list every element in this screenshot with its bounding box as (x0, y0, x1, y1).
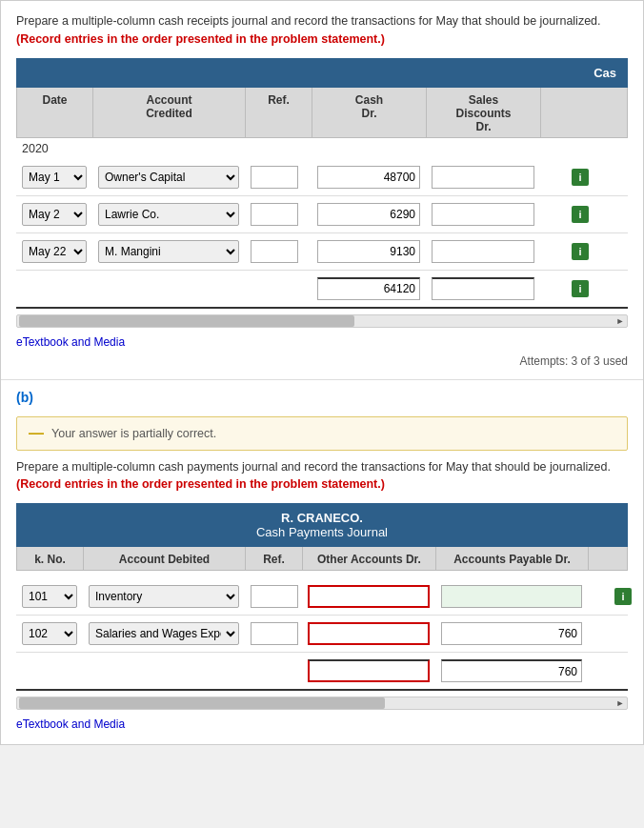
table-row: May 22 M. Mangini i (16, 233, 628, 271)
cash-input-3[interactable] (317, 240, 420, 263)
account-select-1[interactable]: Owner's Capital (98, 166, 239, 189)
chk-no-cell-1: 101 (16, 582, 83, 611)
cash-cell (312, 237, 426, 266)
company-name: R. CRANECO. (28, 511, 616, 525)
partial-correct-banner: — Your answer is partially correct. (16, 416, 628, 451)
total-cash-cell (312, 274, 426, 303)
attempts-text: Attempts: 3 of 3 used (16, 351, 628, 368)
col-header-ref-b: Ref. (246, 547, 303, 570)
date-select-1[interactable]: May 1 (22, 166, 87, 189)
col-header-other-accounts-dr: Other Accounts Dr. (303, 547, 436, 570)
sales-disc-cell (426, 237, 540, 266)
other-accounts-dr-input-1[interactable] (308, 585, 430, 608)
total-other-dr-cell (302, 656, 435, 685)
account-cell: M. Mangini (92, 237, 245, 266)
part-a-section: Prepare a multiple-column cash receipts … (1, 1, 643, 380)
ref-input-3[interactable] (251, 240, 298, 263)
info-btn-b-1[interactable]: i (614, 588, 632, 605)
part-a-instruction-main: Prepare a multiple-column cash receipts … (16, 14, 601, 28)
part-a-instruction-red: (Record entries in the order presented i… (16, 32, 385, 46)
ref-cell (245, 200, 312, 229)
part-b-instruction-main: Prepare a multiple-column cash payments … (16, 460, 611, 474)
table-row: May 1 Owner's Capital i (16, 159, 628, 196)
info-btn-1[interactable]: i (572, 169, 589, 186)
total-cash-input[interactable] (317, 277, 420, 300)
info-cell-2: i (540, 203, 616, 226)
info-btn-2[interactable]: i (572, 206, 589, 223)
ap-dr-cell-2 (435, 619, 588, 648)
total-chk-empty (16, 668, 83, 674)
etextbook-link-a[interactable]: eTextbook and Media (16, 333, 628, 351)
cash-input-1[interactable] (317, 166, 420, 189)
total-ap-dr-input[interactable] (441, 659, 582, 682)
col-header-account-credited: AccountCredited (93, 88, 246, 137)
info-btn-total[interactable]: i (572, 280, 589, 297)
journal-name-text: Cash Payments Journal (28, 525, 616, 539)
info-cell-b-2: i (588, 622, 644, 645)
sales-disc-input-1[interactable] (432, 166, 534, 189)
totals-row: i (16, 271, 628, 309)
col-header-extra-b (589, 547, 644, 570)
total-sales-disc-input[interactable] (432, 277, 534, 300)
total-extra-b: i (588, 659, 644, 682)
account-debited-cell-1: Inventory (83, 582, 245, 611)
part-b-instruction-red: (Record entries in the order presented i… (16, 477, 385, 491)
other-accounts-dr-input-2[interactable] (308, 622, 430, 645)
ref-input-b-1[interactable] (251, 585, 298, 608)
scrollbar-thumb-b (19, 697, 385, 709)
table-row: May 2 Lawrie Co. i (16, 196, 628, 233)
account-debited-select-2[interactable]: Salaries and Wages Expense (89, 622, 239, 645)
part-b-instruction: Prepare a multiple-column cash payments … (16, 458, 628, 495)
scroll-right-icon-b[interactable]: ► (614, 697, 627, 709)
chk-no-select-2[interactable]: 102 (22, 622, 77, 645)
ref-input-1[interactable] (251, 166, 298, 189)
total-account-empty (92, 286, 245, 292)
ref-cell-b-2 (245, 619, 302, 648)
total-other-dr-input[interactable] (308, 659, 430, 682)
account-select-2[interactable]: Lawrie Co. (98, 203, 239, 226)
date-select-2[interactable]: May 2 (22, 203, 87, 226)
col-header-extra (541, 88, 617, 137)
info-btn-3[interactable]: i (572, 243, 589, 260)
account-debited-select-1[interactable]: Inventory (89, 585, 239, 608)
total-ap-dr-cell (435, 656, 588, 685)
col-header-cash-text: CashDr. (355, 93, 383, 120)
horizontal-scrollbar-b[interactable]: ◄ ► (16, 697, 628, 710)
ap-dr-cell-1 (435, 582, 588, 611)
ap-dr-input-2[interactable] (441, 622, 582, 645)
account-cell: Lawrie Co. (92, 200, 245, 229)
info-cell-b-1: i (588, 585, 644, 608)
col-header-ref: Ref. (246, 88, 312, 137)
col-header-sales-disc-text: SalesDiscountsDr. (455, 93, 511, 133)
main-container: Prepare a multiple-column cash receipts … (0, 0, 644, 745)
account-select-3[interactable]: M. Mangini (98, 240, 239, 263)
date-cell: May 2 (16, 200, 92, 229)
horizontal-scrollbar-a[interactable]: ◄ ► (16, 314, 628, 328)
scrollbar-thumb-a (19, 315, 354, 327)
sales-disc-cell (426, 163, 540, 192)
table-row-b: 101 Inventory i (16, 578, 628, 616)
chk-no-select-1[interactable]: 101 (22, 585, 77, 608)
ref-input-2[interactable] (251, 203, 298, 226)
etextbook-link-b[interactable]: eTextbook and Media (16, 716, 628, 733)
ref-input-b-2[interactable] (251, 622, 298, 645)
sales-disc-input-2[interactable] (432, 203, 534, 226)
part-a-header-bar: Cas (16, 58, 628, 88)
ref-cell-b-1 (245, 582, 302, 611)
sales-disc-cell (426, 200, 540, 229)
partial-correct-text: Your answer is partially correct. (51, 427, 216, 440)
spacer (16, 571, 628, 578)
cash-cell (312, 200, 426, 229)
year-label: 2020 (16, 138, 628, 159)
totals-row-b: i (16, 653, 628, 691)
ref-cell (245, 237, 312, 266)
sales-disc-input-3[interactable] (432, 240, 534, 263)
date-select-3[interactable]: May 22 (22, 240, 87, 263)
scroll-right-icon[interactable]: ► (614, 315, 627, 327)
ap-dr-input-1[interactable] (441, 585, 582, 608)
col-header-sales-disc: SalesDiscountsDr. (427, 88, 541, 137)
cash-input-2[interactable] (317, 203, 420, 226)
col-header-account-line1: AccountCredited (146, 93, 192, 120)
part-a-instruction: Prepare a multiple-column cash receipts … (16, 12, 628, 49)
col-header-cash-dr: CashDr. (312, 88, 427, 137)
